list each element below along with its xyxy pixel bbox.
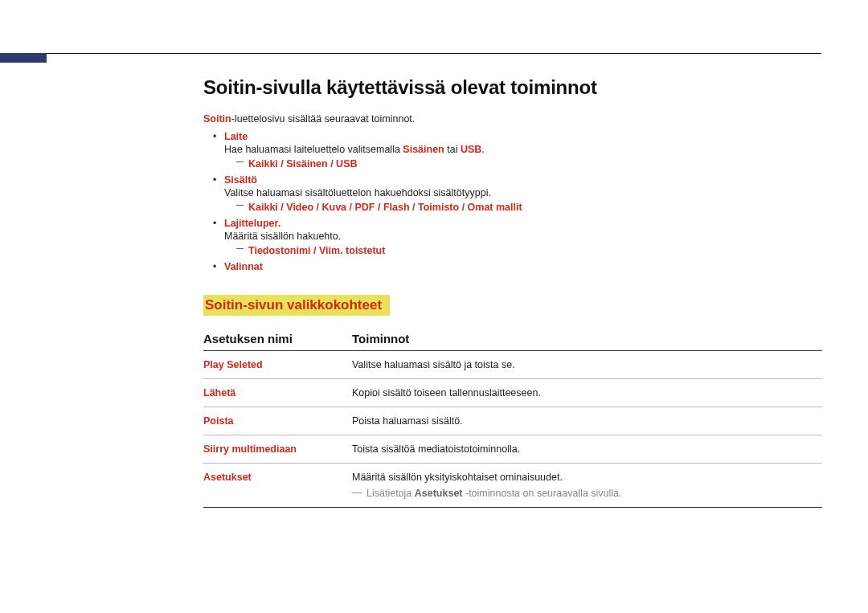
row-func: Poista haluamasi sisältö. <box>352 407 822 435</box>
page-content: Soitin-sivulla käytettävissä olevat toim… <box>203 76 822 508</box>
feature-valinnat: Valinnat <box>203 261 822 272</box>
feature-lajittelu-desc: Määritä sisällön hakuehto. <box>224 231 822 242</box>
row-footnote: Lisätietoja Asetukset -toiminnosta on se… <box>352 488 819 499</box>
row-name: Poista <box>203 407 352 435</box>
page-title: Soitin-sivulla käytettävissä olevat toim… <box>203 76 822 99</box>
row-name: Play Seleted <box>203 351 352 379</box>
feature-list: Laite Hae haluamasi laiteluettelo valits… <box>203 131 822 272</box>
feature-sisalto-label: Sisältö <box>224 174 257 186</box>
feature-sisalto-sub: Kaikki / Video / Kuva / PDF / Flash / To… <box>224 202 822 213</box>
feature-sisalto-desc: Valitse haluamasi sisältöluettelon hakue… <box>224 187 822 198</box>
feature-laite-desc: Hae haluamasi laiteluettelo valitsemalla… <box>224 144 822 155</box>
row-func: Toista sisältöä mediatoistotoiminnolla. <box>352 435 822 464</box>
feature-laite: Laite Hae haluamasi laiteluettelo valits… <box>203 131 822 170</box>
col-head-func: Toiminnot <box>352 327 822 351</box>
header-top-rule <box>47 53 821 54</box>
section-heading-menu: Soitin-sivun valikkokohteet <box>203 295 390 316</box>
options-table: Asetuksen nimi Toiminnot Play Seleted Va… <box>203 327 822 508</box>
feature-sisalto: Sisältö Valitse haluamasi sisältöluettel… <box>203 174 822 213</box>
row-func: Määritä sisällön yksityiskohtaiset omina… <box>352 464 822 508</box>
table-row: Poista Poista haluamasi sisältö. <box>203 407 822 435</box>
row-name: Siirry multimediaan <box>203 435 352 464</box>
feature-laite-sub: Kaikki / Sisäinen / USB <box>224 158 822 170</box>
row-func: Kopioi sisältö toiseen tallennuslaittees… <box>352 379 822 407</box>
row-func: Valitse haluamasi sisältö ja toista se. <box>352 351 822 379</box>
feature-lajittelu-label: Lajitteluper. <box>224 218 280 229</box>
feature-lajittelu-sub: Tiedostonimi / Viim. toistetut <box>224 245 822 256</box>
col-head-name: Asetuksen nimi <box>203 327 352 351</box>
feature-lajittelu: Lajitteluper. Määritä sisällön hakuehto.… <box>203 218 822 256</box>
table-row: Play Seleted Valitse haluamasi sisältö j… <box>203 351 822 379</box>
feature-valinnat-label: Valinnat <box>224 261 263 272</box>
intro-line: Soitin-luettelosivu sisältää seuraavat t… <box>203 113 822 125</box>
row-name: Asetukset <box>203 464 352 508</box>
intro-rest: -luettelosivu sisältää seuraavat toiminn… <box>231 113 416 125</box>
header-accent-bar <box>0 53 47 63</box>
feature-laite-label: Laite <box>224 131 248 142</box>
row-name: Lähetä <box>203 379 352 407</box>
intro-term: Soitin <box>203 113 231 125</box>
table-row: Asetukset Määritä sisällön yksityiskohta… <box>203 464 822 508</box>
table-row: Lähetä Kopioi sisältö toiseen tallennusl… <box>203 379 822 407</box>
table-row: Siirry multimediaan Toista sisältöä medi… <box>203 435 822 464</box>
